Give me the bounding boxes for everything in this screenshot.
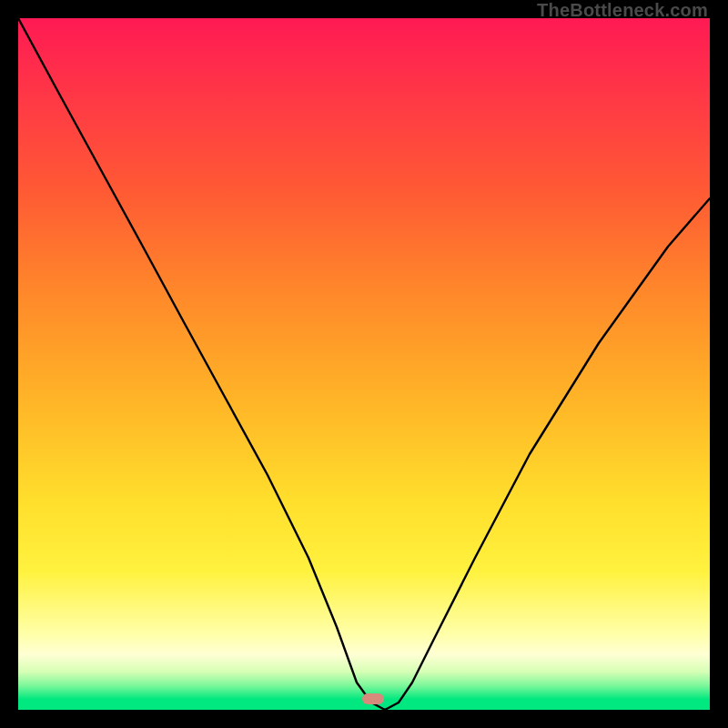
plot-area — [18, 18, 710, 710]
bottleneck-curve — [18, 18, 710, 710]
chart-frame: TheBottleneck.com — [0, 0, 728, 728]
optimal-marker — [362, 693, 384, 704]
watermark-text: TheBottleneck.com — [537, 0, 708, 21]
